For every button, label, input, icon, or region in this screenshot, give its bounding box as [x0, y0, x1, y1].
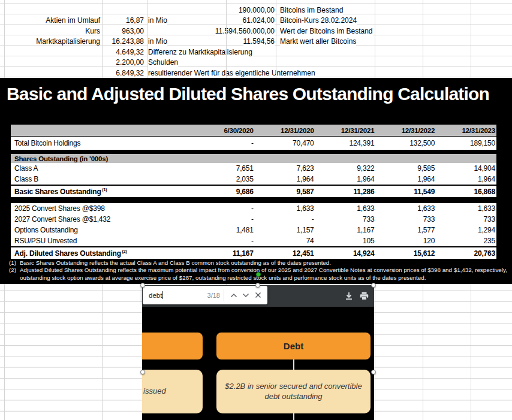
cell[interactable]: resultierender Wert für das eigentliche …: [148, 69, 315, 78]
row-value: 1,481: [194, 226, 255, 234]
table-row: 2025 Convert Shares @$398-1,6331,6331,63…: [11, 203, 496, 214]
gridline: [375, 0, 375, 78]
gridline: [4, 0, 5, 78]
row-value: 74: [255, 237, 315, 245]
cell[interactable]: 190.000,00: [239, 6, 275, 15]
section-gap: [11, 197, 496, 203]
cell[interactable]: 2.200,00: [103, 58, 144, 67]
selection-handle-top-center[interactable]: [255, 283, 260, 288]
sheet-row: 4.649,32Differenz zu Marktkapitalisierun…: [0, 47, 512, 58]
cell[interactable]: 61.024,00: [243, 16, 275, 25]
footnotes: (1)Basic Shares Outstanding reflects the…: [0, 259, 512, 282]
row-label: Class B: [11, 175, 194, 183]
shares-table: 6/30/202012/31/202012/31/202112/31/20221…: [11, 125, 496, 259]
footnote-number: (1): [9, 259, 20, 267]
row-value: 12,451: [255, 249, 315, 258]
row-value: -: [194, 215, 255, 223]
table-row: Options Outstanding1,4811,1571,1671,5771…: [11, 225, 496, 235]
row-value: 1,577: [375, 226, 436, 234]
cell[interactable]: Differenz zu Marktkapitalisierung: [148, 48, 252, 57]
cell[interactable]: Aktien im Umlauf: [6, 16, 100, 25]
cell[interactable]: Kurs: [6, 27, 100, 36]
find-bar[interactable]: debt 3/18: [143, 286, 267, 304]
sheet-row: 190.000,00Bitcoins im Bestand: [0, 5, 512, 16]
row-value: 132,500: [375, 139, 436, 147]
row-value: -: [255, 215, 315, 223]
table-row: 2027 Convert Shares @$1,432--733733733: [11, 214, 496, 225]
selection-handle-mid-left[interactable]: [140, 370, 145, 374]
row-value: 9,322: [315, 164, 376, 173]
pdf-viewer-screenshot: debt 3/18 Debt y issued $2.2B in senior …: [142, 285, 374, 420]
debt-body-text: $2.2B in senior secured and convertible …: [216, 382, 371, 401]
row-value: 16,868: [436, 188, 496, 196]
table-row: Class A7,6517,6239,3229,58514,904: [11, 163, 496, 174]
row-value: 7,651: [194, 164, 255, 173]
gridline: [471, 0, 471, 78]
cell[interactable]: 963,00: [103, 27, 144, 36]
find-input[interactable]: debt: [149, 292, 162, 299]
sheet-row: 6.849,32resultierender Wert für das eige…: [0, 68, 512, 78]
row-label: Adj. Diluted Shares Outstanding (2): [11, 249, 194, 258]
cell[interactable]: 16.243,88: [103, 37, 144, 46]
sheet-row: Aktien im Umlauf16,87in Mio61.024,00Bitc…: [0, 15, 512, 26]
close-icon[interactable]: [252, 288, 264, 303]
row-value: 120: [375, 237, 436, 245]
spreadsheet-top[interactable]: 190.000,00Bitcoins im BestandAktien im U…: [0, 0, 512, 78]
footnote-text: Basic Shares Outstanding reflects the ac…: [20, 259, 331, 267]
gridline: [423, 284, 423, 420]
cell[interactable]: Bitcoins im Bestand: [280, 6, 343, 15]
cell[interactable]: in Mio: [148, 37, 167, 46]
row-value: 9,686: [194, 188, 255, 196]
row-value: 105: [315, 237, 376, 245]
row-value: 20,763: [436, 249, 496, 258]
cell[interactable]: 6.849,32: [103, 69, 144, 78]
row-value: 1,964: [375, 175, 436, 183]
column-header: 12/31/2023: [436, 127, 496, 134]
equity-body-text-fragment: y issued: [142, 386, 203, 397]
row-value: 70,470: [255, 139, 315, 147]
row-label: RSU/PSU Unvested: [11, 237, 194, 245]
cell[interactable]: Wert der Bitcoins im Bestand: [280, 27, 373, 36]
row-value: 1,294: [436, 226, 496, 234]
gridline: [276, 0, 276, 78]
selection-handle-mid-right[interactable]: [371, 370, 376, 374]
cell[interactable]: Markt wert aller Bitcoins: [280, 37, 356, 46]
download-icon[interactable]: [345, 292, 353, 303]
rotation-handle[interactable]: [256, 272, 261, 277]
selection-handle-top-right[interactable]: [371, 283, 376, 288]
table-row: Class B2,0351,9641,9641,9641,964: [11, 174, 496, 185]
cell[interactable]: 11.594.560.000,00: [215, 27, 275, 36]
section-header-row: Shares Outstanding (in '000s): [11, 154, 496, 163]
find-next-button[interactable]: [240, 288, 252, 303]
row-value: 235: [436, 237, 496, 245]
row-value: 11,549: [375, 188, 436, 196]
cell[interactable]: Schulden: [148, 58, 178, 67]
gridline: [4, 284, 5, 420]
column-header: 12/31/2020: [255, 127, 315, 134]
find-match-counter: 3/18: [207, 292, 220, 299]
cell[interactable]: 16,87: [103, 16, 144, 25]
row-value: 1,633: [255, 204, 315, 213]
pdf-page: Debt y issued $2.2B in senior secured an…: [142, 307, 374, 420]
row-value: 15,612: [375, 249, 436, 258]
cell[interactable]: Bitcoin-Kurs 28.02.2024: [280, 16, 357, 25]
footnote: (1)Basic Shares Outstanding reflects the…: [9, 259, 512, 267]
print-icon[interactable]: [360, 292, 369, 303]
gridline: [375, 284, 375, 420]
row-value: 2,035: [194, 175, 255, 183]
find-previous-button[interactable]: [228, 288, 240, 303]
cell[interactable]: in Mio: [148, 16, 167, 25]
cell[interactable]: Marktkapitalisierung: [6, 37, 100, 46]
row-value: 124,391: [315, 139, 376, 147]
selection-handle-top-left[interactable]: [140, 283, 145, 288]
cell[interactable]: 4.649,32: [103, 48, 144, 57]
debt-body-box: $2.2B in senior secured and convertible …: [216, 370, 371, 413]
table-row: Total Bitcoin Holdings-70,470124,391132,…: [11, 137, 496, 150]
row-label: Total Bitcoin Holdings: [11, 139, 194, 147]
row-value: 1,964: [255, 175, 315, 183]
gridline: [102, 284, 103, 420]
section-label: Shares Outstanding (in '000s): [11, 155, 194, 162]
sheet-row: Kurs963,0011.594.560.000,00Wert der Bitc…: [0, 26, 512, 37]
cell[interactable]: 11.594,56: [243, 37, 275, 46]
gridline: [102, 0, 103, 78]
